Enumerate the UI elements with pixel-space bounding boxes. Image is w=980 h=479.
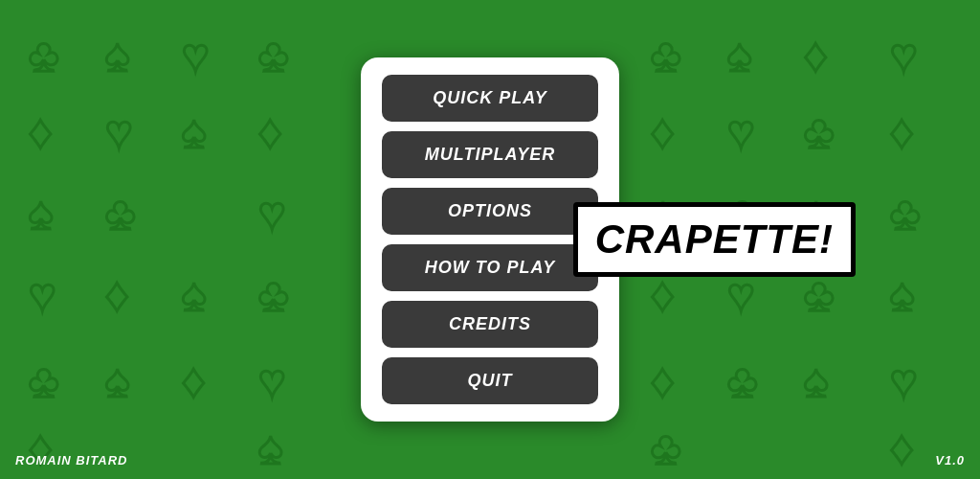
suit-icon: ♠: [105, 29, 130, 81]
version-label: V1.0: [935, 453, 965, 468]
quit-button[interactable]: QUIT: [382, 357, 598, 404]
suit-icon: ♣: [651, 422, 681, 474]
suit-icon: ♠: [182, 268, 207, 321]
suit-icon: ♥: [890, 29, 918, 81]
suit-icon: ♥: [890, 354, 918, 407]
suit-icon: ♣: [727, 354, 758, 407]
suit-icon: ♦: [651, 354, 675, 407]
multiplayer-button[interactable]: MULTIPLAYER: [382, 131, 598, 178]
suit-icon: ♣: [258, 29, 289, 81]
suit-icon: ♦: [804, 29, 828, 81]
suit-icon: ♦: [890, 422, 914, 474]
suit-icon: ♦: [651, 105, 675, 158]
suit-icon: ♠: [182, 105, 207, 158]
suit-icon: ♣: [258, 268, 289, 321]
suit-icon: ♦: [29, 105, 53, 158]
game-title-text: CRAPETTE!: [595, 217, 834, 262]
suit-icon: ♦: [890, 105, 914, 158]
suit-icon: ♣: [651, 29, 681, 81]
suit-icon: ♥: [258, 187, 286, 240]
suit-icon: ♥: [29, 268, 56, 321]
suit-icon: ♥: [727, 105, 755, 158]
options-button[interactable]: OPTIONS: [382, 188, 598, 235]
suit-icon: ♥: [182, 29, 210, 81]
suit-icon: ♠: [105, 354, 130, 407]
suit-icon: ♠: [29, 187, 54, 240]
suit-icon: ♣: [890, 187, 921, 240]
credits-button[interactable]: CREDITS: [382, 301, 598, 348]
suit-icon: ♠: [804, 354, 829, 407]
suit-icon: ♠: [890, 268, 915, 321]
suit-icon: ♣: [29, 354, 59, 407]
game-title-box: CRAPETTE!: [573, 202, 856, 277]
suit-icon: ♠: [727, 29, 752, 81]
how-to-play-button[interactable]: HOW TO PLAY: [382, 244, 598, 291]
suit-icon: ♠: [258, 422, 283, 474]
suit-icon: ♦: [182, 354, 206, 407]
suit-icon: ♥: [105, 105, 133, 158]
suit-icon: ♣: [29, 29, 59, 81]
suit-icon: ♥: [258, 354, 286, 407]
suit-icon: ♣: [804, 105, 835, 158]
suit-icon: ♦: [105, 268, 129, 321]
quick-play-button[interactable]: QUICK PLAY: [382, 75, 598, 122]
author-label: ROMAIN BITARD: [15, 453, 127, 468]
suit-icon: ♣: [105, 187, 136, 240]
suit-icon: ♦: [258, 105, 282, 158]
